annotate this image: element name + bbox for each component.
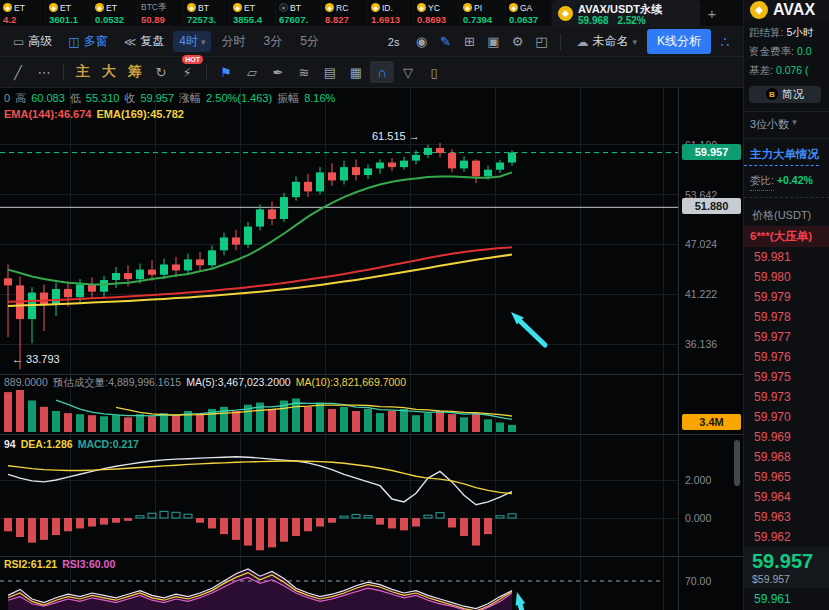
layout-icon: ▭ [13,35,24,49]
draw-icon[interactable]: ✎ [433,31,457,53]
coin-icon: ◆ [95,3,104,12]
clipboard-icon[interactable]: ▤ [318,61,342,83]
hot-tool-icon[interactable]: ⚡HOT [175,61,199,83]
magnet-icon[interactable]: ∩ [370,61,394,83]
active-symbol-tab[interactable]: ◆ AVAX/USDT永续 59.968 2.52% [552,0,700,26]
funding-rate-row: 资金费率:0.0 [749,42,829,61]
refresh-speed-label: 2s [388,36,400,48]
hot-badge: HOT [182,55,203,64]
settings-icon[interactable]: ⚙ [505,31,529,53]
coin-icon: ◆ [233,3,242,12]
price-annotation: 61.515 → [372,130,420,142]
coin-icon: ◆ [509,3,518,12]
timeframe-option-fenshi[interactable]: 分时 [213,33,253,50]
active-symbol-change: 2.52% [617,15,645,26]
advanced-mode-button[interactable]: ▭高级 [6,33,59,50]
ruler-icon[interactable]: ▱ [240,61,264,83]
coin-icon: ◆ [417,3,426,12]
axis-scrollbar[interactable] [734,440,740,486]
ticker-tab[interactable]: ◆GA 0.0637 [506,0,552,26]
main-indicator-tab[interactable]: 主 [71,61,95,83]
price-annotation: ← 33.793 [12,353,60,365]
add-window-icon[interactable]: ⊞ [457,31,481,53]
ask-price-row[interactable]: 59.981 [744,247,829,267]
axis-badge: 51.880 [682,198,741,214]
gridlines [0,88,743,610]
ticker-tab[interactable]: ◆ID. 1.6913 [368,0,414,26]
multi-window-button[interactable]: ◫多窗 [61,33,114,50]
note-edit-icon[interactable]: ▦ [344,61,368,83]
big-indicator-tab[interactable]: 大 [97,61,121,83]
wave-icon[interactable]: ≋ [292,61,316,83]
binance-logo-icon: ◆ [750,1,768,19]
fullscreen-icon[interactable]: ◰ [529,31,553,53]
ask-price-row[interactable]: 59.980 [744,267,829,287]
snapshot-icon[interactable]: ▣ [481,31,505,53]
pen-icon[interactable]: ✒ [266,61,290,83]
pressure-order-row[interactable]: 6***(大压单) [744,226,829,247]
decimals-select[interactable]: 3位小数▾ [744,115,829,134]
ask-price-row[interactable]: 59.965 [744,467,829,487]
timeframe-selected[interactable]: 4时▾ [173,31,211,52]
big-orders-link[interactable]: 主力大单情况 [744,143,819,166]
ask-price-row[interactable]: 59.973 [744,387,829,407]
bookmark-icon[interactable]: ⚑ [214,61,238,83]
ask-price-row[interactable]: 59.968 [744,447,829,467]
ask-price-row[interactable]: 59.977 [744,327,829,347]
chips-indicator-tab[interactable]: 筹 [123,61,147,83]
ask-price-row[interactable]: 59.963 [744,507,829,527]
ticker-tab[interactable]: ◆RC 8.827 [322,0,368,26]
coin-icon: × [279,3,288,12]
more-tools-icon[interactable]: ⋯ [32,61,56,83]
last-price-block: 59.957 $59.957 [744,547,829,588]
add-symbol-button[interactable]: + [700,0,724,26]
chart-area[interactable]: 0高60.083低55.310收59.957涨幅2.50%(1.463)振幅8.… [0,88,743,610]
ticker-tab[interactable]: ◆ET 3601.1 [46,0,92,26]
ticker-tab[interactable]: ×BT 67607. [276,0,322,26]
settlement-row: 距结算:5小时 [749,23,829,42]
coin-icon: ◆ [463,3,472,12]
ask-price-row[interactable]: 59.969 [744,427,829,447]
last-price: 59.957 [752,549,829,573]
coin-icon: ◆ [325,3,334,12]
bid-price-row[interactable]: 59.961 [744,588,829,610]
ask-price-row[interactable]: 59.975 [744,367,829,387]
ticker-tab[interactable]: ◆ET 0.0532 [92,0,138,26]
ask-price-row[interactable]: 59.976 [744,347,829,367]
ticker-tab[interactable]: ◆YC 0.8693 [414,0,460,26]
replay-button[interactable]: ≪复盘 [117,33,172,50]
axis-badge: 59.957 [682,144,741,160]
active-symbol-price: 59.968 [578,15,609,26]
share-icon[interactable]: ∴ [713,34,737,50]
weibi-row: 委比:+0.42% [744,166,829,193]
kline-analysis-button[interactable]: K线分析 [647,29,711,54]
ask-price-row[interactable]: 59.970 [744,407,829,427]
timeframe-option-3m[interactable]: 3分 [255,33,290,50]
timeframe-option-5m[interactable]: 5分 [292,33,327,50]
ticker-tab[interactable]: ◆BT 72573. [184,0,230,26]
ask-price-row[interactable]: 59.978 [744,307,829,327]
legend-seg: MA(5):3,467,023.2000 [186,376,291,388]
ticker-tab[interactable]: ◆ET 3855.4 [230,0,276,26]
filter-icon[interactable]: ▽ [396,61,420,83]
ask-price-row[interactable]: 59.962 [744,527,829,547]
axis-badge: 3.4M [682,414,741,430]
camera-icon[interactable]: ◉ [409,31,433,53]
ask-price-row[interactable]: 59.979 [744,287,829,307]
weibi-value: +0.42% [777,171,813,191]
profile-button[interactable]: B简况 [749,86,821,103]
ticker-tab[interactable]: ◆ET 4.2 [0,0,46,26]
chevron-down-icon: ▾ [632,37,637,47]
legend-seg: 59.957 [140,92,174,104]
basis-value: 0.076 ( [776,61,809,80]
refresh-icon[interactable]: ↻ [149,61,173,83]
trash-icon[interactable]: ▯ [422,61,446,83]
coin-icon: ◆ [371,3,380,12]
ticker-tab[interactable]: ◆PI 0.7394 [460,0,506,26]
macd-histogram [4,511,516,550]
legend-seg: MACD:0.217 [78,438,139,450]
trendline-icon[interactable]: ╱ [6,61,30,83]
cloud-layout-select[interactable]: ☁未命名▾ [568,33,645,50]
ticker-tab[interactable]: ◆BTC季 50.89 [138,0,184,26]
ask-price-row[interactable]: 59.964 [744,487,829,507]
